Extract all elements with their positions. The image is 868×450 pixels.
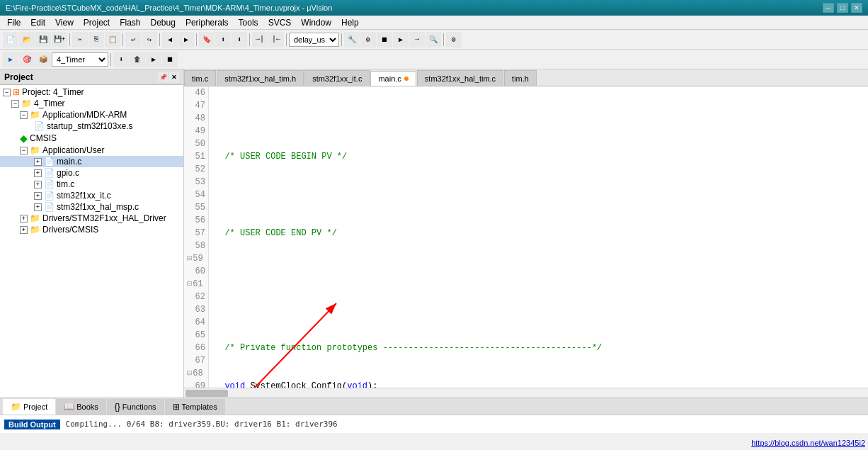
tree-startup[interactable]: 📄 startup_stm32f103xe.s [0,120,183,132]
tree-cmsis[interactable]: ◆ CMSIS [0,132,183,145]
settings-btn[interactable]: ⚙ [446,32,462,47]
tree-drivers-cmsis[interactable]: + 📁 Drivers/CMSIS [0,224,183,235]
next-bookmark-button[interactable]: ⬇ [232,32,247,47]
menu-debug[interactable]: Debug [147,17,180,28]
tab-timc[interactable]: tim.c [184,70,216,86]
rebuild-btn[interactable]: ⚙ [360,32,376,47]
line-numbers: 46 47 48 49 50 51 52 53 54 55 56 57 58 ⊟… [184,86,209,398]
title-bar: E:\Fire-Practice\STCubeMX_code\HAL_Pract… [0,0,868,16]
expand-driverscmsis[interactable]: + [20,226,28,234]
code-line-49 [215,265,862,278]
unindent-button[interactable]: |← [268,32,284,47]
run-btn[interactable]: ▶ [393,32,409,47]
tab-haltiмh[interactable]: stm32f1xx_hal_tim.h [217,70,304,86]
prev-bookmark-button[interactable]: ⬆ [215,32,231,47]
nav-fwd-button[interactable]: ▶ [178,32,194,47]
menu-help[interactable]: Help [337,17,363,28]
file-stm32msp-icon: 📄 [44,202,55,212]
expand-4timer[interactable]: − [11,100,19,108]
menu-edit[interactable]: Edit [26,17,50,28]
menu-svcs[interactable]: SVCS [264,17,296,28]
new-file-button[interactable]: 📄 [3,32,18,47]
menu-view[interactable]: View [51,17,78,28]
templates-tab-icon: ⊞ [173,402,180,412]
open-button[interactable]: 📂 [19,32,35,47]
h-scrollbar-thumb[interactable] [185,390,228,397]
expand-stm32it[interactable]: + [34,192,42,200]
function-combo[interactable]: delay_us [289,33,339,47]
run2-btn[interactable]: ▶ [146,52,161,67]
paste-button[interactable]: 📋 [105,32,120,47]
folder-4timer-icon: 📁 [21,99,32,108]
build-btn[interactable]: 🔧 [344,32,360,47]
tab-books[interactable]: 📖 Books [56,399,106,415]
expand-stm32msp[interactable]: + [34,203,42,211]
bookmark-button[interactable]: 🔖 [199,32,215,47]
tree-mdk-arm[interactable]: − 📁 Application/MDK-ARM [0,109,183,120]
save-all-button[interactable]: 💾+ [52,32,67,47]
pin-button[interactable]: 📌 [158,72,168,82]
nav-back-button[interactable]: ◀ [162,32,178,47]
build-output-text: Compiling... 0/64 B8: driver359.BU: driv… [66,420,338,429]
tree-tim-c[interactable]: + 📄 tim.c [0,179,183,190]
step-btn[interactable]: → [409,32,425,47]
expand-mdk[interactable]: − [20,111,28,119]
code-editor[interactable]: 46 47 48 49 50 51 52 53 54 55 56 57 58 ⊟… [184,86,868,398]
tab-functions[interactable]: {} Functions [107,399,164,415]
h-scrollbar[interactable] [184,388,868,398]
tab-haltimc[interactable]: stm32f1xx_hal_tim.c [417,70,503,86]
stop-btn[interactable]: ⏹ [377,32,392,47]
expand-project[interactable]: − [3,89,11,96]
tree-hal-driver[interactable]: + 📁 Drivers/STM32F1xx_HAL_Driver [0,213,183,224]
download-btn[interactable]: ⬇ [113,52,129,67]
maximize-button[interactable]: □ [837,3,848,13]
close-panel-button[interactable]: ✕ [169,72,179,82]
debug-button[interactable]: ▶ [3,52,18,67]
menu-file[interactable]: File [3,17,25,28]
undo-button[interactable]: ↩ [125,32,141,47]
gem-icon: ◆ [20,133,28,144]
menu-bar: File Edit View Project Flash Debug Perip… [0,16,868,30]
save-button[interactable]: 💾 [35,32,51,47]
file-timc-icon: 📄 [44,179,55,189]
tab-mainc[interactable]: main.c [370,71,416,86]
components-btn[interactable]: 📦 [35,52,51,67]
copy-button[interactable]: ⎘ [88,32,104,47]
tree-4timer[interactable]: − 📁 4_Timer [0,98,183,109]
tree-main-c[interactable]: + 📄 main.c [0,156,183,167]
code-text[interactable]: /* USER CODE BEGIN PV */ /* USER CODE EN… [209,86,868,398]
close-button[interactable]: ✕ [851,3,862,13]
cut-button[interactable]: ✂ [72,32,88,47]
menu-project[interactable]: Project [79,17,114,28]
target-options-btn[interactable]: 🎯 [19,52,35,67]
tab-timh[interactable]: tim.h [504,70,537,86]
menu-peripherals[interactable]: Peripherals [181,17,233,28]
tree-project-root[interactable]: − ⊞ Project: 4_Timer [0,86,183,98]
project-icon: ⊞ [13,87,20,97]
tree-stm32msp[interactable]: + 📄 stm32f1xx_hal_msp.c [0,201,183,213]
tree-gpio-c[interactable]: + 📄 gpio.c [0,167,183,179]
tab-itc[interactable]: stm32f1xx_it.c [304,70,370,86]
menu-window[interactable]: Window [297,17,336,28]
code-line-48: /* USER CODE END PV */ [215,227,862,240]
target-combo[interactable]: 4_Timer [52,52,108,67]
tree-app-user[interactable]: − 📁 Application/User [0,145,183,156]
menu-flash[interactable]: Flash [115,17,144,28]
minimize-button[interactable]: ─ [823,3,834,13]
expand-appuser[interactable]: − [20,147,28,154]
expand-gpioc[interactable]: + [34,169,42,177]
search-btn[interactable]: 🔍 [426,32,441,47]
stop2-btn[interactable]: ⏹ [162,52,178,67]
expand-timc[interactable]: + [34,181,42,189]
code-content: 46 47 48 49 50 51 52 53 54 55 56 57 58 ⊟… [184,86,868,398]
menu-tools[interactable]: Tools [234,17,263,28]
expand-mainc[interactable]: + [34,158,42,166]
expand-haldriver[interactable]: + [20,215,28,223]
sep9 [110,53,111,66]
erase-btn[interactable]: 🗑 [130,52,145,67]
indent-button[interactable]: →| [252,32,268,47]
tree-stm32it[interactable]: + 📄 stm32f1xx_it.c [0,190,183,201]
redo-button[interactable]: ↪ [142,32,157,47]
tab-templates[interactable]: ⊞ Templates [165,399,225,415]
tab-project[interactable]: 📁 Project [3,399,55,415]
